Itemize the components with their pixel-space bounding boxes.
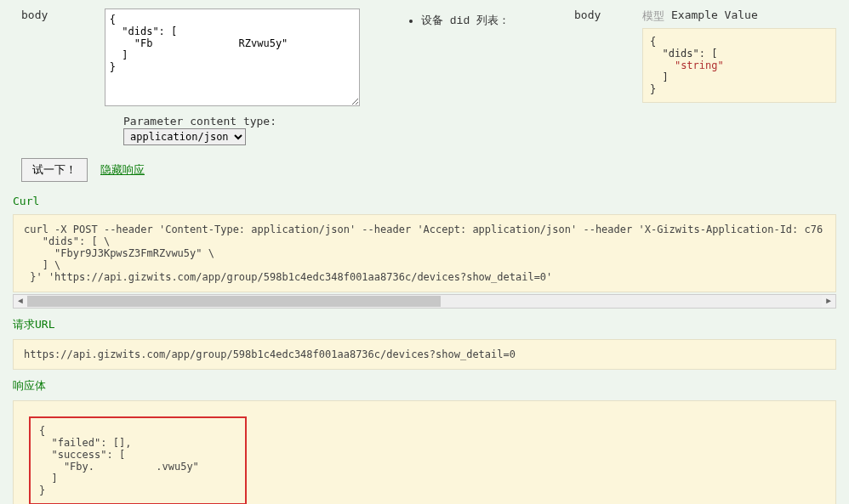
scroll-left-arrow-icon[interactable]: ◄ [14,295,27,308]
desc-item: 设备 did 列表： [421,13,557,28]
body-textarea[interactable] [105,8,360,106]
description-list: 设备 did 列表： [404,13,557,28]
try-it-button[interactable]: 试一下！ [21,158,88,182]
scroll-thumb[interactable] [27,296,441,307]
request-url-section-title: 请求URL [13,317,836,332]
scroll-right-arrow-icon[interactable]: ► [822,295,835,308]
response-body-section-title: 响应体 [13,378,836,394]
response-body-wrap: { "failed": [], "success": [ "Fby. .vwu5… [13,400,836,504]
response-body-block[interactable]: { "failed": [], "success": [ "Fby. .vwu5… [29,416,247,504]
example-value-box[interactable]: { "dids": [ "string" ] } [642,28,836,103]
param-name-label: body [13,8,98,21]
curl-section-title: Curl [13,195,836,207]
content-type-label: Parameter content type: [123,115,276,127]
scroll-track[interactable] [27,295,822,308]
curl-code-block[interactable]: curl -X POST --header 'Content-Type: app… [13,214,836,292]
param-type-label: body [574,8,601,21]
model-tab[interactable]: 模型 [642,8,664,24]
example-value-tab[interactable]: Example Value [671,8,758,24]
hide-response-link[interactable]: 隐藏响应 [100,162,145,178]
horizontal-scrollbar[interactable]: ◄ ► [13,294,836,309]
request-url-block[interactable]: https://api.gizwits.com/app/group/598b1c… [13,339,836,370]
content-type-select[interactable]: application/json [123,128,246,145]
